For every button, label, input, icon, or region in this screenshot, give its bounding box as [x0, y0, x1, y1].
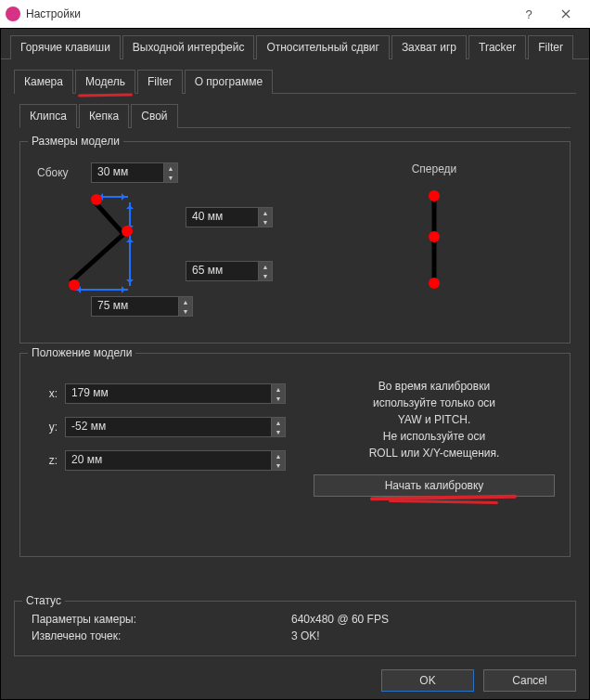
chevron-up-icon[interactable]: ▲: [272, 451, 285, 460]
spin-z[interactable]: 20 мм ▲▼: [65, 450, 286, 471]
tab-filter-inner[interactable]: Filter: [137, 70, 183, 94]
spin-upper[interactable]: 40 мм ▲▼: [186, 207, 273, 227]
tab-camera[interactable]: Камера: [14, 70, 73, 94]
chevron-up-icon[interactable]: ▲: [272, 384, 285, 394]
label-side: Сбоку: [37, 166, 78, 179]
group-status: Статус Параметры камеры: 640x480 @ 60 FP…: [14, 601, 576, 656]
status-points-label: Извлечено точек:: [32, 629, 291, 642]
spin-x[interactable]: 179 мм ▲▼: [65, 383, 286, 404]
close-button[interactable]: [547, 0, 584, 28]
status-camera-label: Параметры камеры:: [32, 613, 291, 626]
chevron-down-icon[interactable]: ▼: [272, 427, 285, 436]
inner-tabstrip: Камера Модель Filter О программе: [14, 69, 576, 94]
tab-tracker[interactable]: Tracker: [468, 35, 526, 59]
chevron-up-icon[interactable]: ▲: [259, 208, 272, 217]
spin-lower[interactable]: 65 мм ▲▼: [186, 261, 273, 281]
side-diagram: [65, 190, 176, 302]
chevron-down-icon[interactable]: ▼: [164, 173, 177, 182]
settings-window: Настройки ? Горячие клавиши Выходной инт…: [0, 0, 590, 700]
chevron-up-icon[interactable]: ▲: [272, 418, 285, 427]
tab-custom[interactable]: Свой: [131, 104, 177, 128]
group-status-legend: Статус: [22, 594, 65, 607]
outer-tabstrip: Горячие клавиши Выходной интерфейс Относ…: [1, 29, 589, 59]
chevron-down-icon[interactable]: ▼: [259, 271, 272, 280]
label-y: y:: [35, 421, 58, 434]
tab-clip[interactable]: Клипса: [19, 104, 77, 128]
spin-y[interactable]: -52 мм ▲▼: [65, 417, 286, 437]
chevron-down-icon[interactable]: ▼: [272, 394, 285, 403]
model-tabstrip: Клипса Кепка Свой: [19, 103, 571, 128]
start-calibration-button[interactable]: Начать калибровку: [314, 474, 555, 497]
chevron-down-icon[interactable]: ▼: [179, 306, 192, 316]
group-model-position: Положение модели x: 179 мм ▲▼: [19, 353, 571, 557]
calibration-text: Во время калибровки используйте только о…: [314, 378, 555, 461]
dialog-footer: OK Cancel: [381, 669, 576, 692]
group-sizes-legend: Размеры модели: [28, 135, 123, 148]
group-position-legend: Положение модели: [28, 346, 135, 359]
tab-filter-outer[interactable]: Filter: [528, 35, 573, 59]
tab-model[interactable]: Модель: [75, 70, 135, 94]
spin-side-top[interactable]: 30 мм ▲▼: [91, 162, 178, 183]
chevron-down-icon[interactable]: ▼: [272, 460, 285, 470]
tab-relative[interactable]: Относительный сдвиг: [256, 35, 389, 59]
chevron-up-icon[interactable]: ▲: [259, 262, 272, 271]
label-z: z:: [35, 454, 58, 467]
chevron-down-icon[interactable]: ▼: [259, 217, 272, 227]
group-model-sizes: Размеры модели Сбоку 30 мм ▲▼: [19, 141, 571, 344]
titlebar: Настройки ?: [0, 0, 590, 28]
app-icon: [6, 6, 20, 21]
tab-output[interactable]: Выходной интерфейс: [122, 35, 255, 59]
tab-hotkeys[interactable]: Горячие клавиши: [10, 35, 121, 59]
tab-cap[interactable]: Кепка: [79, 104, 129, 128]
chevron-up-icon[interactable]: ▲: [179, 297, 192, 306]
tab-about[interactable]: О программе: [185, 70, 273, 94]
status-camera-value: 640x480 @ 60 FPS: [291, 613, 389, 626]
client-area: Горячие клавиши Выходной интерфейс Относ…: [0, 28, 590, 700]
label-x: x:: [35, 387, 58, 400]
help-button[interactable]: ?: [510, 0, 547, 28]
front-diagram: [425, 185, 443, 296]
label-front: Спереди: [315, 162, 553, 175]
status-points-value: 3 OK!: [291, 629, 320, 642]
window-title: Настройки: [26, 7, 510, 20]
cancel-button[interactable]: Cancel: [483, 669, 576, 692]
close-icon: [561, 9, 571, 19]
tab-gamecapture[interactable]: Захват игр: [391, 35, 467, 59]
ok-button[interactable]: OK: [381, 669, 474, 692]
chevron-up-icon[interactable]: ▲: [164, 163, 177, 173]
